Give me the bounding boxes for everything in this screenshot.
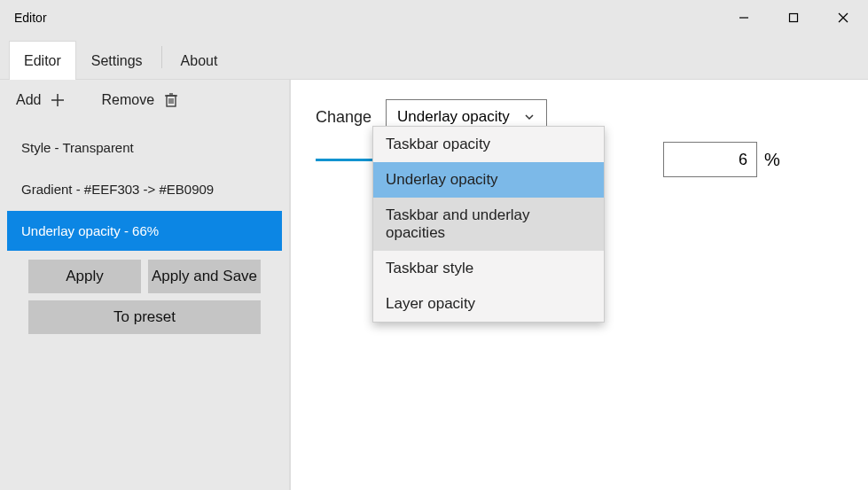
btn-label: Apply and Save bbox=[152, 268, 257, 285]
to-preset-button[interactable]: To preset bbox=[28, 300, 261, 334]
list-item[interactable]: Gradient - #EEF303 -> #EB0909 bbox=[7, 169, 282, 209]
option-label: Taskbar style bbox=[386, 260, 473, 276]
dropdown-option[interactable]: Taskbar style bbox=[373, 251, 604, 286]
close-button[interactable] bbox=[818, 0, 868, 35]
remove-button[interactable]: Remove bbox=[98, 89, 183, 112]
value-text: 6 bbox=[739, 151, 747, 169]
remove-label: Remove bbox=[101, 92, 154, 108]
tab-label: Editor bbox=[24, 53, 61, 69]
tabbar: Editor Settings About bbox=[0, 35, 868, 80]
option-label: Taskbar and underlay opacities bbox=[386, 206, 530, 241]
option-label: Taskbar opacity bbox=[386, 136, 490, 152]
btn-label: Apply bbox=[66, 268, 104, 285]
rule-text: Underlay opacity - 66% bbox=[21, 223, 159, 238]
titlebar: Editor bbox=[0, 0, 868, 35]
rule-text: Style - Transparent bbox=[21, 140, 134, 155]
combo-value: Underlay opacity bbox=[397, 108, 510, 126]
btn-label: To preset bbox=[113, 308, 176, 326]
list-item[interactable]: Style - Transparent bbox=[7, 128, 282, 167]
rules-list: Style - Transparent Gradient - #EEF303 -… bbox=[0, 121, 289, 251]
tab-settings[interactable]: Settings bbox=[76, 41, 158, 80]
tab-label: About bbox=[181, 53, 218, 69]
rule-text: Gradient - #EEF303 -> #EB0909 bbox=[21, 182, 214, 197]
maximize-icon bbox=[788, 12, 799, 23]
trash-icon bbox=[163, 92, 179, 108]
change-dropdown: Taskbar opacity Underlay opacity Taskbar… bbox=[372, 126, 605, 323]
dropdown-option[interactable]: Taskbar and underlay opacities bbox=[373, 198, 604, 251]
tab-about[interactable]: About bbox=[166, 41, 233, 80]
minimize-icon bbox=[739, 12, 749, 23]
add-label: Add bbox=[16, 92, 41, 108]
tab-divider bbox=[161, 46, 162, 68]
svg-rect-1 bbox=[790, 14, 798, 22]
sidebar-actions: Apply Apply and Save To preset bbox=[0, 253, 289, 334]
minimize-button[interactable] bbox=[719, 0, 769, 35]
apply-button[interactable]: Apply bbox=[28, 260, 141, 293]
dropdown-option[interactable]: Underlay opacity bbox=[373, 162, 604, 198]
value-input[interactable]: 6 bbox=[663, 142, 757, 177]
window-title: Editor bbox=[0, 11, 719, 25]
maximize-button[interactable] bbox=[769, 0, 818, 35]
list-item[interactable]: Underlay opacity - 66% bbox=[7, 211, 282, 251]
tab-label: Settings bbox=[91, 53, 143, 69]
dropdown-option[interactable]: Layer opacity bbox=[373, 286, 604, 322]
change-label: Change bbox=[316, 108, 371, 127]
slider-underline[interactable] bbox=[316, 159, 376, 161]
percent-label: % bbox=[764, 150, 780, 170]
close-icon bbox=[838, 12, 848, 23]
option-label: Layer opacity bbox=[386, 295, 475, 312]
add-button[interactable]: Add bbox=[12, 89, 69, 112]
chevron-down-icon bbox=[523, 111, 536, 123]
apply-save-button[interactable]: Apply and Save bbox=[148, 260, 261, 293]
option-label: Underlay opacity bbox=[386, 171, 498, 188]
sidebar: Add Remove Style - Transparent Gradient … bbox=[0, 80, 291, 490]
tab-editor[interactable]: Editor bbox=[9, 41, 76, 80]
dropdown-option[interactable]: Taskbar opacity bbox=[373, 127, 604, 162]
window-controls bbox=[719, 0, 868, 35]
sidebar-toolbar: Add Remove bbox=[0, 80, 289, 121]
plus-icon bbox=[50, 92, 66, 108]
